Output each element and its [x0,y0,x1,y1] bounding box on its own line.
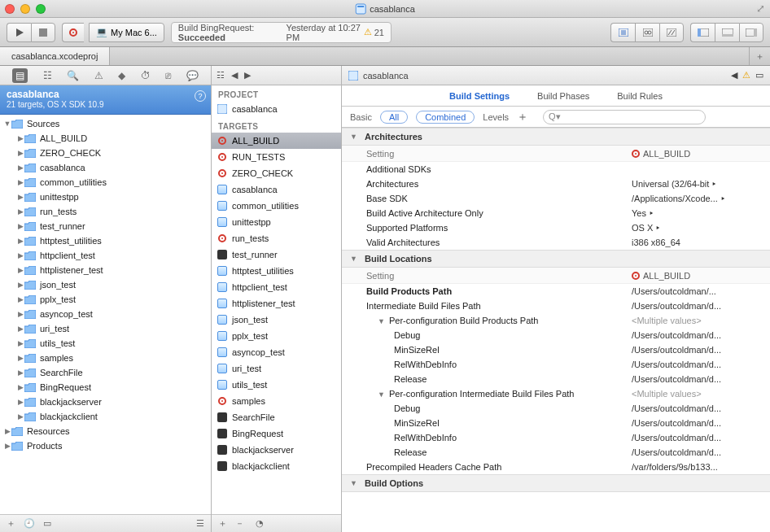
disclosure-icon[interactable]: ▶ [16,207,24,216]
setting-value[interactable]: /Users/outcoldman/d... [632,360,762,369]
tree-item[interactable]: ▶unittestpp [0,190,211,204]
project-hint-icon[interactable]: ? [195,90,206,102]
forward-button[interactable]: ▶ [244,70,251,81]
disclosure-icon[interactable]: ▶ [16,310,24,318]
recent-files-icon[interactable]: 🕘 [24,518,35,529]
minimize-window-button[interactable] [20,4,30,14]
symbol-navigator-icon[interactable]: ☷ [43,70,52,81]
target-row[interactable]: httptest_utilities [212,263,341,279]
target-row[interactable]: casablanca [212,181,341,198]
tab-build-settings[interactable]: Build Settings [448,88,511,104]
settings-group-header[interactable]: ▼Build Options [342,474,770,492]
setting-value[interactable]: /Users/outcoldman/d... [632,301,762,311]
setting-row[interactable]: Build Active Architecture OnlyYes ‣ [342,206,770,220]
project-header[interactable]: casablanca 21 targets, OS X SDK 10.9 ? [0,85,211,115]
target-row[interactable]: blackjackclient [212,458,341,474]
disclosure-icon[interactable]: ▶ [16,251,24,259]
setting-row[interactable]: Build Products Path/Users/outcoldman/... [342,284,770,299]
tree-item[interactable]: ▶Products [0,438,211,453]
tree-item[interactable]: ▶casablanca [0,160,211,175]
breakpoint-navigator-icon[interactable]: ⎚ [165,70,171,81]
tab-build-rules[interactable]: Build Rules [615,88,664,104]
tree-item[interactable]: ▶httptest_utilities [0,233,211,248]
setting-row[interactable]: Precompiled Headers Cache Path/var/folde… [342,460,770,474]
activity-view[interactable]: Build BingRequest: Succeeded Yesterday a… [171,22,392,43]
setting-row[interactable]: RelWithDebInfo/Users/outcoldman/d... [342,430,770,445]
target-row[interactable]: unittestpp [212,214,341,230]
tree-item[interactable]: ▶SearchFile [0,365,211,380]
setting-row[interactable]: Release/Users/outcoldman/d... [342,445,770,460]
settings-group-header[interactable]: ▼Build Locations [342,250,770,268]
tree-item[interactable]: ▼Sources [0,116,211,131]
log-navigator-icon[interactable]: 💬 [186,70,199,81]
target-row[interactable]: json_test [212,312,341,328]
setting-value[interactable]: /Users/outcoldman/d... [632,345,762,355]
project-navigator-icon[interactable]: ▤ [12,68,28,83]
setting-row[interactable]: ▼Per-configuration Build Products Path<M… [342,313,770,328]
setting-row[interactable]: Debug/Users/outcoldman/d... [342,401,770,416]
target-row[interactable]: uri_test [212,360,341,377]
tab-project[interactable]: casablanca.xcodeproj [0,47,110,65]
setting-value[interactable]: <Multiple values> [632,316,762,325]
tree-item[interactable]: ▶asyncop_test [0,307,211,321]
setting-value[interactable]: <Multiple values> [632,389,762,399]
filter-levels[interactable]: Levels [483,112,509,122]
tree-item[interactable]: ▶BingRequest [0,380,211,395]
target-row[interactable]: test_runner [212,246,341,263]
target-row[interactable]: run_tests [212,230,341,246]
tree-item[interactable]: ▶httplistener_test [0,263,211,277]
tree-item[interactable]: ▶Resources [0,424,211,438]
setting-row[interactable]: Debug/Users/outcoldman/d... [342,328,770,342]
toggle-utilities-button[interactable] [739,23,763,42]
target-row[interactable]: utils_test [212,377,341,393]
assistant-editor-button[interactable] [635,23,659,42]
setting-value[interactable]: /Users/outcoldman/d... [632,447,762,457]
setting-value[interactable]: /Applications/Xcode... ‣ [632,194,762,204]
tree-item[interactable]: ▶common_utilities [0,175,211,190]
zoom-window-button[interactable] [36,4,46,14]
test-navigator-icon[interactable]: ◆ [118,70,125,81]
disclosure-icon[interactable]: ▶ [16,193,24,201]
issue-navigator-icon[interactable]: ⚠ [94,70,103,81]
filter-basic[interactable]: Basic [350,112,372,122]
setting-row[interactable]: Supported PlatformsOS X ‣ [342,220,770,235]
add-setting-button[interactable]: ＋ [517,110,528,124]
filter-field-icon[interactable]: ☰ [196,518,204,529]
disclosure-icon[interactable]: ▶ [16,383,24,391]
setting-row[interactable]: Valid Architecturesi386 x86_64 [342,235,770,250]
setting-value[interactable]: /Users/outcoldman/d... [632,374,762,384]
add-editor-icon[interactable]: ▭ [755,70,763,81]
target-row[interactable]: httpclient_test [212,279,341,295]
filter-combined[interactable]: Combined [416,111,475,124]
target-filter-icon[interactable]: ◔ [256,518,264,529]
disclosure-icon[interactable]: ▶ [16,354,24,362]
disclosure-icon[interactable]: ▶ [16,222,24,230]
tree-item[interactable]: ▶json_test [0,277,211,292]
warning-icon[interactable]: ⚠ [742,70,750,81]
setting-value[interactable]: OS X ‣ [632,223,762,233]
target-row[interactable]: ZERO_CHECK [212,165,341,181]
tab-build-phases[interactable]: Build Phases [536,88,591,104]
tree-item[interactable]: ▶pplx_test [0,292,211,307]
disclosure-icon[interactable]: ▶ [3,427,11,435]
setting-value[interactable]: Yes ‣ [632,208,762,219]
disclosure-icon[interactable]: ▼ [378,390,386,399]
target-row[interactable]: samples [212,393,341,409]
stop-button[interactable] [31,23,55,42]
toggle-navigator-button[interactable] [690,23,715,42]
build-settings-table[interactable]: ▼ArchitecturesSettingALL_BUILDAdditional… [342,128,770,532]
back-button[interactable]: ◀ [231,70,238,81]
close-window-button[interactable] [5,4,15,14]
disclosure-icon[interactable]: ▶ [16,164,24,172]
run-button[interactable] [7,23,31,42]
disclosure-icon[interactable]: ▶ [16,149,24,157]
tree-item[interactable]: ▶blackjackclient [0,409,211,424]
add-target-button[interactable]: ＋ [218,517,227,530]
target-row[interactable]: BingRequest [212,425,341,442]
target-row[interactable]: RUN_TESTS [212,149,341,165]
target-row[interactable]: ALL_BUILD [212,133,341,149]
project-tree[interactable]: ▼Sources▶ALL_BUILD▶ZERO_CHECK▶casablanca… [0,115,211,514]
disclosure-icon[interactable]: ▶ [16,368,24,377]
disclosure-icon[interactable]: ▼ [378,317,386,325]
target-list[interactable]: ALL_BUILDRUN_TESTSZERO_CHECKcasablancaco… [212,133,341,514]
